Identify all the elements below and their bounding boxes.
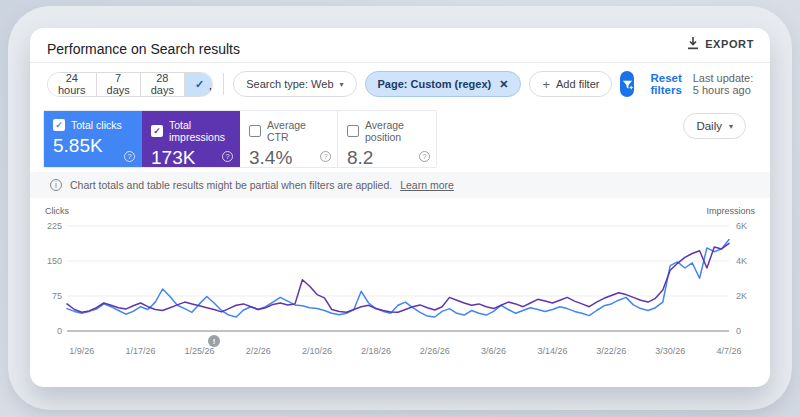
date-label: 4/7/26 xyxy=(701,346,757,356)
date-label: 2/2/26 xyxy=(230,346,286,356)
clicks-tick: 0 xyxy=(32,326,62,336)
metric-label: Average CTR xyxy=(267,119,328,143)
impressions-tick: 4K xyxy=(736,256,747,266)
plus-icon: + xyxy=(542,77,550,92)
divider xyxy=(223,73,224,95)
close-icon[interactable]: ✕ xyxy=(499,78,508,91)
metric-label: Average position xyxy=(365,119,427,143)
info-icon: i xyxy=(50,179,62,191)
clicks-tick: 150 xyxy=(32,256,62,266)
chevron-down-icon: ▾ xyxy=(340,80,344,89)
export-button[interactable]: EXPORT xyxy=(687,37,754,50)
impressions-tick: 2K xyxy=(736,291,747,301)
checkbox-checked-icon[interactable]: ✓ xyxy=(151,125,163,137)
range-label: 24 hours xyxy=(58,72,86,96)
metric-total-impressions[interactable]: ✓ Total impressions 173K ? xyxy=(142,111,240,167)
export-label: EXPORT xyxy=(705,38,754,50)
filter-bar: 24 hours 7 days 28 days ✓ 3 months More … xyxy=(47,68,756,100)
range-label: 28 days xyxy=(151,72,174,96)
last-update-text: Last update: 5 hours ago xyxy=(693,72,756,96)
reset-filters-link[interactable]: Reset filters xyxy=(650,72,684,96)
granularity-dropdown[interactable]: Daily ▾ xyxy=(683,113,746,139)
right-axis-title: Impressions xyxy=(706,206,755,216)
check-icon: ✓ xyxy=(195,78,204,91)
add-filter-label: Add filter xyxy=(556,78,599,90)
date-label: 2/18/26 xyxy=(348,346,404,356)
download-icon xyxy=(687,37,699,50)
metric-label: Total impressions xyxy=(169,119,230,143)
metric-header: Average position xyxy=(347,119,427,143)
checkbox-checked-icon[interactable]: ✓ xyxy=(53,119,65,131)
metric-value: 173K xyxy=(151,147,230,169)
performance-line-chart[interactable] xyxy=(67,226,729,331)
metric-header: ✓ Total clicks xyxy=(53,119,132,131)
date-label: 3/30/26 xyxy=(642,346,698,356)
impressions-tick: 6K xyxy=(736,221,747,231)
metric-value: 3.4% xyxy=(249,147,328,169)
add-filter-button[interactable]: + Add filter xyxy=(529,71,612,97)
date-label: 1/25/26 xyxy=(171,346,227,356)
impressions-tick: 0 xyxy=(736,326,741,336)
help-icon[interactable]: ? xyxy=(124,151,135,162)
metric-header: ✓ Total impressions xyxy=(151,119,230,143)
range-3-months-selected[interactable]: ✓ 3 months xyxy=(185,73,213,96)
metric-cards: ✓ Total clicks 5.85K ? ✓ Total impressio… xyxy=(43,110,437,168)
help-icon[interactable]: ? xyxy=(419,151,430,162)
metric-total-clicks[interactable]: ✓ Total clicks 5.85K ? xyxy=(44,111,142,167)
metric-average-ctr[interactable]: Average CTR 3.4% ? xyxy=(240,111,338,167)
performance-panel: Performance on Search results EXPORT 24 … xyxy=(30,28,770,387)
clicks-line xyxy=(67,240,729,318)
learn-more-link[interactable]: Learn more xyxy=(400,179,454,191)
search-type-chip[interactable]: Search type: Web ▾ xyxy=(233,71,356,97)
metric-value: 8.2 xyxy=(347,147,427,169)
range-28-days[interactable]: 28 days xyxy=(141,73,185,96)
metric-average-position[interactable]: Average position 8.2 ? xyxy=(338,111,436,167)
date-label: 3/22/26 xyxy=(583,346,639,356)
metric-label: Total clicks xyxy=(71,119,122,131)
range-label: 7 days xyxy=(107,72,130,96)
range-7-days[interactable]: 7 days xyxy=(97,73,141,96)
range-label: 3 months xyxy=(209,72,213,96)
page-filter-chip[interactable]: Page: Custom (regex) ✕ xyxy=(365,71,522,97)
info-banner: i Chart totals and table results might b… xyxy=(30,172,770,198)
notice-text: Chart totals and table results might be … xyxy=(70,179,392,191)
date-label: 1/9/26 xyxy=(54,346,110,356)
date-label: 2/10/26 xyxy=(289,346,345,356)
checkbox-unchecked-icon[interactable] xyxy=(347,125,359,137)
granularity-label: Daily xyxy=(696,120,722,132)
page-title: Performance on Search results xyxy=(47,41,240,57)
panel-header: Performance on Search results EXPORT xyxy=(30,28,770,63)
metric-header: Average CTR xyxy=(249,119,328,143)
date-label: 2/26/26 xyxy=(407,346,463,356)
help-icon[interactable]: ? xyxy=(222,151,233,162)
date-label: 3/14/26 xyxy=(524,346,580,356)
date-range-group: 24 hours 7 days 28 days ✓ 3 months More … xyxy=(47,72,213,97)
clicks-tick: 225 xyxy=(32,221,62,231)
chart-area: Clicks Impressions 07515022502K4K6K 1/9/… xyxy=(30,198,770,378)
date-label: 1/17/26 xyxy=(113,346,169,356)
help-icon[interactable]: ? xyxy=(320,151,331,162)
filter-sparkle-icon xyxy=(621,78,634,91)
search-type-label: Search type: Web xyxy=(246,78,333,90)
left-axis-title: Clicks xyxy=(45,206,69,216)
clicks-tick: 75 xyxy=(32,291,62,301)
date-label: 3/6/26 xyxy=(466,346,522,356)
annotation-marker[interactable]: ! xyxy=(208,335,220,347)
regex-filter-button[interactable] xyxy=(620,71,634,97)
range-24-hours[interactable]: 24 hours xyxy=(48,73,97,96)
page-filter-label: Page: Custom (regex) xyxy=(378,78,492,90)
metric-value: 5.85K xyxy=(53,135,132,157)
checkbox-unchecked-icon[interactable] xyxy=(249,125,261,137)
chevron-down-icon: ▾ xyxy=(729,122,733,131)
